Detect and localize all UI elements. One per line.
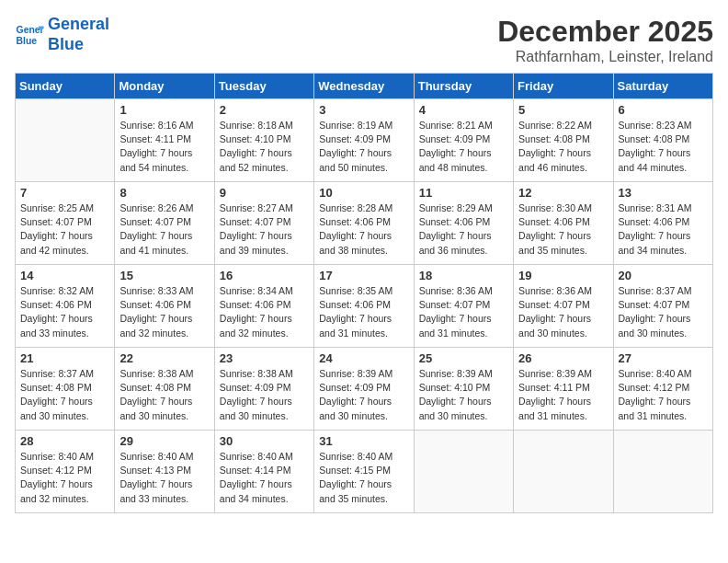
week-row-2: 7Sunrise: 8:25 AMSunset: 4:07 PMDaylight… <box>16 182 713 265</box>
calendar-cell: 20Sunrise: 8:37 AMSunset: 4:07 PMDayligh… <box>613 265 712 348</box>
day-number: 19 <box>518 269 608 282</box>
calendar-cell: 10Sunrise: 8:28 AMSunset: 4:06 PMDayligh… <box>314 182 414 265</box>
day-number: 7 <box>20 186 109 200</box>
day-number: 2 <box>220 103 309 117</box>
day-info: Sunrise: 8:23 AMSunset: 4:08 PMDaylight:… <box>619 119 708 175</box>
calendar-cell <box>16 99 115 182</box>
day-number: 9 <box>220 186 309 200</box>
day-info: Sunrise: 8:37 AMSunset: 4:08 PMDaylight:… <box>20 367 109 423</box>
day-number: 29 <box>119 434 209 448</box>
day-info: Sunrise: 8:39 AMSunset: 4:09 PMDaylight:… <box>319 367 408 423</box>
logo-icon: General Blue <box>15 20 44 50</box>
calendar-cell: 15Sunrise: 8:33 AMSunset: 4:06 PMDayligh… <box>115 265 214 348</box>
calendar-cell: 21Sunrise: 8:37 AMSunset: 4:08 PMDayligh… <box>16 348 115 431</box>
day-number: 8 <box>119 186 209 200</box>
week-row-1: 1Sunrise: 8:16 AMSunset: 4:11 PMDaylight… <box>16 99 713 182</box>
day-number: 11 <box>419 186 508 200</box>
day-info: Sunrise: 8:26 AMSunset: 4:07 PMDaylight:… <box>119 201 209 258</box>
day-info: Sunrise: 8:30 AMSunset: 4:06 PMDaylight:… <box>518 201 608 258</box>
day-info: Sunrise: 8:40 AMSunset: 4:14 PMDaylight:… <box>220 450 309 506</box>
location-title: Rathfarnham, Leinster, Ireland <box>497 49 713 65</box>
day-info: Sunrise: 8:40 AMSunset: 4:13 PMDaylight:… <box>119 450 209 506</box>
day-number: 3 <box>319 103 408 117</box>
weekday-header-row: SundayMondayTuesdayWednesdayThursdayFrid… <box>16 74 713 99</box>
day-number: 22 <box>119 351 209 365</box>
day-info: Sunrise: 8:37 AMSunset: 4:07 PMDaylight:… <box>619 284 708 340</box>
weekday-header-thursday: Thursday <box>414 74 513 99</box>
calendar-cell: 27Sunrise: 8:40 AMSunset: 4:12 PMDayligh… <box>613 348 712 431</box>
day-number: 25 <box>419 351 508 365</box>
calendar-cell: 31Sunrise: 8:40 AMSunset: 4:15 PMDayligh… <box>314 431 414 513</box>
calendar-cell: 17Sunrise: 8:35 AMSunset: 4:06 PMDayligh… <box>314 265 414 348</box>
calendar-cell: 7Sunrise: 8:25 AMSunset: 4:07 PMDaylight… <box>16 182 115 265</box>
day-info: Sunrise: 8:29 AMSunset: 4:06 PMDaylight:… <box>419 201 508 258</box>
day-info: Sunrise: 8:18 AMSunset: 4:10 PMDaylight:… <box>220 119 309 175</box>
day-info: Sunrise: 8:40 AMSunset: 4:12 PMDaylight:… <box>619 367 708 423</box>
calendar-cell: 24Sunrise: 8:39 AMSunset: 4:09 PMDayligh… <box>314 348 414 431</box>
calendar-cell: 30Sunrise: 8:40 AMSunset: 4:14 PMDayligh… <box>214 431 313 513</box>
day-number: 16 <box>220 269 309 282</box>
month-title: December 2025 <box>497 15 713 49</box>
day-number: 17 <box>319 269 408 282</box>
calendar-cell: 1Sunrise: 8:16 AMSunset: 4:11 PMDaylight… <box>115 99 214 182</box>
day-info: Sunrise: 8:36 AMSunset: 4:07 PMDaylight:… <box>518 284 608 340</box>
calendar-cell: 9Sunrise: 8:27 AMSunset: 4:07 PMDaylight… <box>214 182 313 265</box>
day-info: Sunrise: 8:40 AMSunset: 4:15 PMDaylight:… <box>319 450 408 506</box>
day-number: 24 <box>319 351 408 365</box>
weekday-header-sunday: Sunday <box>16 74 115 99</box>
title-block: December 2025 Rathfarnham, Leinster, Ire… <box>497 15 713 65</box>
calendar-cell: 4Sunrise: 8:21 AMSunset: 4:09 PMDaylight… <box>414 99 513 182</box>
logo-text: General Blue <box>48 15 109 54</box>
day-info: Sunrise: 8:31 AMSunset: 4:06 PMDaylight:… <box>619 201 708 258</box>
calendar-cell: 26Sunrise: 8:39 AMSunset: 4:11 PMDayligh… <box>514 348 613 431</box>
day-number: 14 <box>20 269 109 282</box>
day-number: 4 <box>419 103 508 117</box>
weekday-header-saturday: Saturday <box>613 74 712 99</box>
day-info: Sunrise: 8:39 AMSunset: 4:11 PMDaylight:… <box>518 367 608 423</box>
calendar-table: SundayMondayTuesdayWednesdayThursdayFrid… <box>15 73 713 513</box>
week-row-3: 14Sunrise: 8:32 AMSunset: 4:06 PMDayligh… <box>16 265 713 348</box>
day-info: Sunrise: 8:38 AMSunset: 4:09 PMDaylight:… <box>220 367 309 423</box>
calendar-cell: 22Sunrise: 8:38 AMSunset: 4:08 PMDayligh… <box>115 348 214 431</box>
calendar-cell: 14Sunrise: 8:32 AMSunset: 4:06 PMDayligh… <box>16 265 115 348</box>
calendar-cell <box>514 431 613 513</box>
week-row-4: 21Sunrise: 8:37 AMSunset: 4:08 PMDayligh… <box>16 348 713 431</box>
day-info: Sunrise: 8:32 AMSunset: 4:06 PMDaylight:… <box>20 284 109 340</box>
logo: General Blue General Blue <box>15 15 109 54</box>
calendar-cell: 23Sunrise: 8:38 AMSunset: 4:09 PMDayligh… <box>214 348 313 431</box>
calendar-cell: 28Sunrise: 8:40 AMSunset: 4:12 PMDayligh… <box>16 431 115 513</box>
day-info: Sunrise: 8:21 AMSunset: 4:09 PMDaylight:… <box>419 119 508 175</box>
day-info: Sunrise: 8:38 AMSunset: 4:08 PMDaylight:… <box>119 367 209 423</box>
day-number: 30 <box>220 434 309 448</box>
day-info: Sunrise: 8:35 AMSunset: 4:06 PMDaylight:… <box>319 284 408 340</box>
day-info: Sunrise: 8:36 AMSunset: 4:07 PMDaylight:… <box>419 284 508 340</box>
week-row-5: 28Sunrise: 8:40 AMSunset: 4:12 PMDayligh… <box>16 431 713 513</box>
calendar-cell: 8Sunrise: 8:26 AMSunset: 4:07 PMDaylight… <box>115 182 214 265</box>
day-number: 20 <box>619 269 708 282</box>
calendar-cell: 16Sunrise: 8:34 AMSunset: 4:06 PMDayligh… <box>214 265 313 348</box>
day-info: Sunrise: 8:16 AMSunset: 4:11 PMDaylight:… <box>119 119 209 175</box>
day-number: 15 <box>119 269 209 282</box>
weekday-header-wednesday: Wednesday <box>314 74 414 99</box>
day-number: 27 <box>619 351 708 365</box>
calendar-cell: 25Sunrise: 8:39 AMSunset: 4:10 PMDayligh… <box>414 348 513 431</box>
day-info: Sunrise: 8:39 AMSunset: 4:10 PMDaylight:… <box>419 367 508 423</box>
calendar-cell <box>414 431 513 513</box>
weekday-header-friday: Friday <box>514 74 613 99</box>
day-number: 6 <box>619 103 708 117</box>
day-number: 5 <box>518 103 608 117</box>
calendar-cell: 3Sunrise: 8:19 AMSunset: 4:09 PMDaylight… <box>314 99 414 182</box>
day-number: 1 <box>119 103 209 117</box>
calendar-cell: 18Sunrise: 8:36 AMSunset: 4:07 PMDayligh… <box>414 265 513 348</box>
calendar-cell <box>613 431 712 513</box>
calendar-cell: 29Sunrise: 8:40 AMSunset: 4:13 PMDayligh… <box>115 431 214 513</box>
day-info: Sunrise: 8:22 AMSunset: 4:08 PMDaylight:… <box>518 119 608 175</box>
day-number: 12 <box>518 186 608 200</box>
day-number: 26 <box>518 351 608 365</box>
page-header: General Blue General Blue December 2025 … <box>15 15 713 65</box>
day-number: 23 <box>220 351 309 365</box>
day-number: 31 <box>319 434 408 448</box>
day-info: Sunrise: 8:40 AMSunset: 4:12 PMDaylight:… <box>20 450 109 506</box>
calendar-cell: 6Sunrise: 8:23 AMSunset: 4:08 PMDaylight… <box>613 99 712 182</box>
day-number: 28 <box>20 434 109 448</box>
